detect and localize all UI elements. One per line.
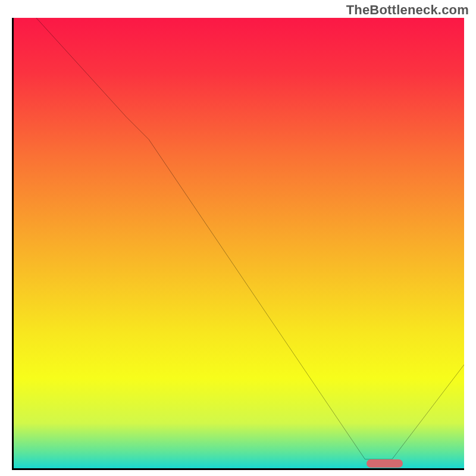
- background-gradient: [14, 18, 464, 468]
- plot-area: [12, 18, 464, 470]
- optimal-region-marker: [367, 459, 403, 468]
- svg-rect-0: [14, 18, 464, 468]
- chart-container: TheBottleneck.com: [0, 0, 476, 476]
- watermark-text: TheBottleneck.com: [346, 2, 469, 18]
